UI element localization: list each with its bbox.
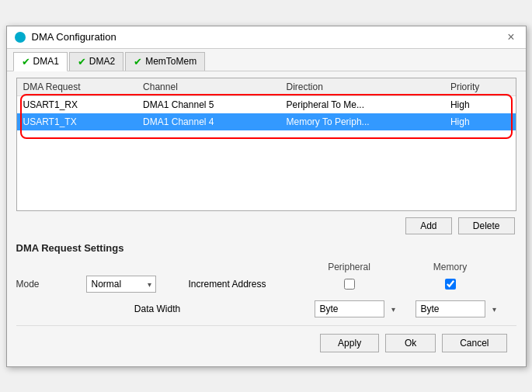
dma-table-section: DMA Request Channel Direction Priority U… <box>16 78 516 211</box>
footer-buttons: Apply Ok Cancel <box>16 325 516 360</box>
memory-width-arrow: ▾ <box>492 304 496 313</box>
cell-dma-request: USART1_RX <box>17 95 137 113</box>
memory-increment-checkbox[interactable] <box>445 279 456 290</box>
tab-memtomem-label: MemToMem <box>145 56 196 67</box>
memory-width-select[interactable]: Byte Half Word Word <box>416 300 485 317</box>
col-header-memory: Memory <box>400 262 501 272</box>
delete-button[interactable]: Delete <box>458 217 515 234</box>
col-direction: Direction <box>280 78 443 96</box>
cell-channel: DMA1 Channel 4 <box>137 113 280 130</box>
ok-button[interactable]: Ok <box>385 334 436 352</box>
dma-icon <box>15 32 26 43</box>
dialog-title: DMA Configuration <box>32 31 116 43</box>
tab-dma1-label: DMA1 <box>33 56 59 67</box>
dma-table: DMA Request Channel Direction Priority U… <box>17 78 516 130</box>
content-area: DMA Request Channel Direction Priority U… <box>7 71 526 366</box>
mode-dropdown-wrap: Normal Circular ▾ <box>86 276 156 293</box>
peripheral-width-select[interactable]: Byte Half Word Word <box>315 300 384 317</box>
cell-direction: Memory To Periph... <box>280 113 443 130</box>
tab-dma1-check: ✔ <box>22 56 30 68</box>
cell-dma-request: USART1_TX <box>17 113 137 130</box>
tab-dma1[interactable]: ✔ DMA1 <box>13 52 68 71</box>
apply-button[interactable]: Apply <box>320 334 379 352</box>
table-header-row: DMA Request Channel Direction Priority <box>17 78 516 96</box>
data-width-selects: Byte Half Word Word ▾ Byte Half Word Wor… <box>299 300 516 317</box>
cell-priority: High <box>444 95 516 113</box>
cell-direction: Peripheral To Me... <box>280 95 443 113</box>
peripheral-width-arrow: ▾ <box>391 304 395 313</box>
tab-memtomem-check: ✔ <box>134 56 142 68</box>
dma-table-container[interactable]: DMA Request Channel Direction Priority U… <box>17 78 516 210</box>
cancel-button[interactable]: Cancel <box>442 334 506 352</box>
mode-select[interactable]: Normal Circular <box>86 276 156 293</box>
peripheral-increment-checkbox[interactable] <box>344 279 355 290</box>
tab-dma2-check: ✔ <box>78 56 86 68</box>
data-width-row: Data Width Byte Half Word Word ▾ Byte <box>16 300 516 317</box>
table-row[interactable]: USART1_TX DMA1 Channel 4 Memory To Perip… <box>17 113 516 130</box>
add-button[interactable]: Add <box>405 217 452 234</box>
peripheral-checkbox-cell <box>299 279 400 290</box>
data-width-label: Data Width <box>16 304 299 314</box>
peripheral-width-wrap: Byte Half Word Word ▾ <box>299 300 400 317</box>
settings-col-headers: Peripheral Memory <box>16 262 516 272</box>
title-bar: DMA Configuration × <box>7 26 526 49</box>
close-button[interactable]: × <box>504 31 517 43</box>
dma-config-dialog: DMA Configuration × ✔ DMA1 ✔ DMA2 ✔ MemT… <box>6 26 527 367</box>
tabs-bar: ✔ DMA1 ✔ DMA2 ✔ MemToMem <box>7 49 526 71</box>
memory-checkbox-cell <box>400 279 501 290</box>
table-action-buttons: Add Delete <box>16 217 516 234</box>
table-row[interactable]: USART1_RX DMA1 Channel 5 Peripheral To M… <box>17 95 516 113</box>
title-bar-left: DMA Configuration <box>15 31 116 43</box>
mode-label: Mode <box>16 279 86 290</box>
memory-width-wrap: Byte Half Word Word ▾ <box>400 300 501 317</box>
cell-priority: High <box>444 113 516 130</box>
tab-dma2[interactable]: ✔ DMA2 <box>69 52 123 71</box>
increment-label: Increment Address <box>156 279 299 290</box>
col-dma-request: DMA Request <box>17 78 137 96</box>
col-header-peripheral: Peripheral <box>299 262 400 272</box>
col-channel: Channel <box>137 78 280 96</box>
cell-channel: DMA1 Channel 5 <box>137 95 280 113</box>
settings-title: DMA Request Settings <box>16 242 516 254</box>
settings-area: DMA Request Settings Peripheral Memory M… <box>16 242 516 317</box>
increment-checkboxes <box>299 279 516 290</box>
col-priority: Priority <box>444 78 516 96</box>
tab-dma2-label: DMA2 <box>89 56 115 67</box>
mode-row: Mode Normal Circular ▾ Increment Address <box>16 276 516 293</box>
tab-memtomem[interactable]: ✔ MemToMem <box>125 52 205 71</box>
